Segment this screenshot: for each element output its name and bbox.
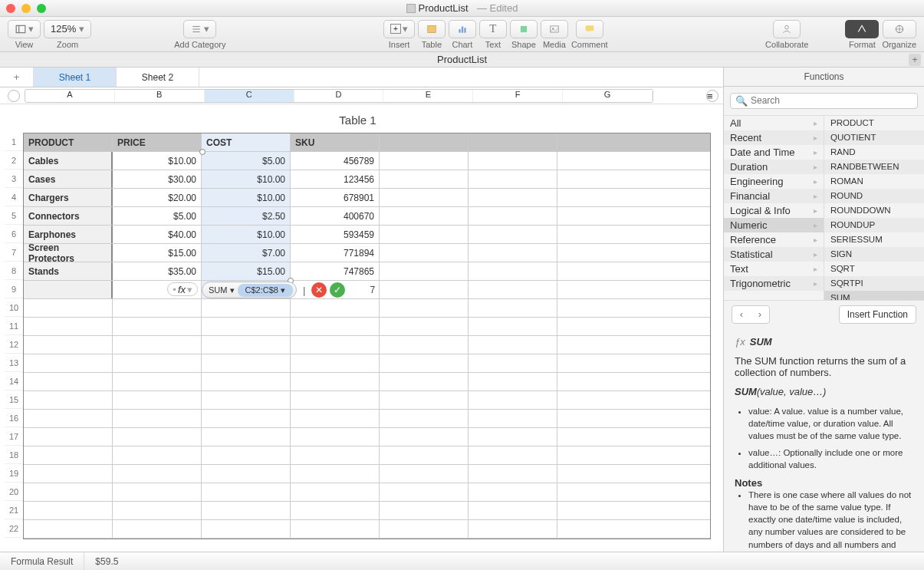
row-header-13[interactable]: 13 xyxy=(5,354,23,372)
cell-g-12[interactable] xyxy=(557,336,646,354)
cell-c-10[interactable] xyxy=(202,299,291,317)
fn-category-duration[interactable]: Duration▸ xyxy=(724,160,824,174)
cell-f-19[interactable] xyxy=(469,465,557,483)
cell-g-13[interactable] xyxy=(557,354,646,372)
cell-a-12[interactable] xyxy=(24,336,113,354)
cell-g-16[interactable] xyxy=(557,410,646,427)
cell-c-13[interactable] xyxy=(202,354,291,372)
cell-f-10[interactable] xyxy=(469,299,557,317)
view-button[interactable]: ▾ xyxy=(8,20,41,38)
row-header-7[interactable]: 7 xyxy=(5,243,23,262)
cell-e-22[interactable] xyxy=(380,520,469,538)
cell-c-7[interactable]: $7.00 xyxy=(202,244,291,262)
close-window[interactable] xyxy=(6,4,15,13)
cell-g-11[interactable] xyxy=(557,318,646,335)
cell-f-4[interactable] xyxy=(469,189,557,206)
fn-category-statistical[interactable]: Statistical▸ xyxy=(724,247,824,262)
cell-e-15[interactable] xyxy=(380,391,469,409)
cell-b-10[interactable] xyxy=(113,299,202,317)
row-header-6[interactable]: 6 xyxy=(5,225,23,243)
cell-e-12[interactable] xyxy=(380,336,469,354)
header-product[interactable]: PRODUCT xyxy=(24,133,113,151)
cell-e-17[interactable] xyxy=(380,428,469,446)
cell-f-21[interactable] xyxy=(469,502,557,519)
cell-g-9[interactable] xyxy=(557,281,646,298)
cell-g-19[interactable] xyxy=(557,465,646,483)
col-header-A[interactable]: A xyxy=(25,90,115,102)
cell-d-4[interactable]: 678901 xyxy=(291,189,380,206)
cell-c-15[interactable] xyxy=(202,391,291,409)
cell-e-9[interactable] xyxy=(380,281,469,298)
cell-c-14[interactable] xyxy=(202,373,291,390)
cell-f-11[interactable] xyxy=(469,318,557,335)
fn-category-reference[interactable]: Reference▸ xyxy=(724,232,824,247)
cell-a-6[interactable]: Earphones xyxy=(24,226,113,243)
cell-c-11[interactable] xyxy=(202,318,291,335)
row-header-10[interactable]: 10 xyxy=(5,298,23,317)
cell-b-3[interactable]: $30.00 xyxy=(113,170,202,188)
cell-f-3[interactable] xyxy=(469,170,557,188)
fn-category-recent[interactable]: Recent▸ xyxy=(724,130,824,145)
fn-name-sum[interactable]: SUM xyxy=(824,291,924,300)
organize-button[interactable] xyxy=(883,20,916,38)
cell-d-10[interactable] xyxy=(291,299,380,317)
cell-f-15[interactable] xyxy=(469,391,557,409)
cell-b-11[interactable] xyxy=(113,318,202,335)
insert-button[interactable]: +▾ xyxy=(383,20,415,38)
header-e[interactable] xyxy=(380,133,469,151)
fn-name-randbetween[interactable]: RANDBETWEEN xyxy=(824,160,924,174)
cell-g-10[interactable] xyxy=(557,299,646,317)
cell-b-17[interactable] xyxy=(113,428,202,446)
cell-a-18[interactable] xyxy=(24,446,113,464)
fn-category-all[interactable]: All▸ xyxy=(724,116,824,130)
table-handle-right[interactable]: ≡ xyxy=(706,90,718,102)
cell-d-7[interactable]: 771894 xyxy=(291,244,380,262)
media-button[interactable] xyxy=(541,20,568,38)
row-header-1[interactable]: 1 xyxy=(5,133,23,151)
fn-category-text[interactable]: Text▸ xyxy=(724,262,824,276)
row-header-5[interactable]: 5 xyxy=(5,206,23,225)
cell-b-2[interactable]: $10.00 xyxy=(113,152,202,170)
cell-f-14[interactable] xyxy=(469,373,557,390)
cell-d-18[interactable] xyxy=(291,446,380,464)
cell-d-19[interactable] xyxy=(291,465,380,483)
fn-category-trigonometric[interactable]: Trigonometric▸ xyxy=(724,276,824,291)
insert-function-button[interactable]: Insert Function xyxy=(839,305,916,324)
cell-a-17[interactable] xyxy=(24,428,113,446)
fn-category-financial[interactable]: Financial▸ xyxy=(724,189,824,203)
cell-d-21[interactable] xyxy=(291,502,380,519)
row-header-21[interactable]: 21 xyxy=(5,501,23,519)
header-price[interactable]: PRICE xyxy=(113,133,202,151)
fn-category-date-and-time[interactable]: Date and Time▸ xyxy=(724,145,824,160)
chart-button[interactable] xyxy=(449,20,476,38)
cell-a-19[interactable] xyxy=(24,465,113,483)
table-handle-left[interactable] xyxy=(8,90,20,102)
cell-b-14[interactable] xyxy=(113,373,202,390)
cell-f-12[interactable] xyxy=(469,336,557,354)
cell-d-6[interactable]: 593459 xyxy=(291,226,380,243)
fn-forward-button[interactable]: › xyxy=(751,306,769,323)
cell-f-6[interactable] xyxy=(469,226,557,243)
fn-name-product[interactable]: PRODUCT xyxy=(824,116,924,130)
cell-d-2[interactable]: 456789 xyxy=(291,152,380,170)
fn-name-roundup[interactable]: ROUNDUP xyxy=(824,218,924,232)
cell-g-17[interactable] xyxy=(557,428,646,446)
row-header-8[interactable]: 8 xyxy=(5,262,23,280)
cell-d-13[interactable] xyxy=(291,354,380,372)
table-button[interactable] xyxy=(418,20,446,38)
cell-c-5[interactable]: $2.50 xyxy=(202,207,291,225)
cell-a-9[interactable] xyxy=(24,281,113,298)
cell-f-20[interactable] xyxy=(469,483,557,501)
cell-f-17[interactable] xyxy=(469,428,557,446)
minimize-window[interactable] xyxy=(21,4,31,13)
collaborate-button[interactable] xyxy=(773,20,801,38)
cell-a-2[interactable]: Cables xyxy=(24,152,113,170)
cell-e-10[interactable] xyxy=(380,299,469,317)
cell-a-4[interactable]: Chargers xyxy=(24,189,113,206)
formula-editor[interactable]: SUM ▾C$2:C$8 ▾ xyxy=(202,282,297,298)
cell-c-2[interactable]: $5.00 xyxy=(202,152,291,170)
add-category-button[interactable]: ▾ xyxy=(183,20,216,38)
cell-g-20[interactable] xyxy=(557,483,646,501)
cell-f-18[interactable] xyxy=(469,446,557,464)
cell-c-17[interactable] xyxy=(202,428,291,446)
